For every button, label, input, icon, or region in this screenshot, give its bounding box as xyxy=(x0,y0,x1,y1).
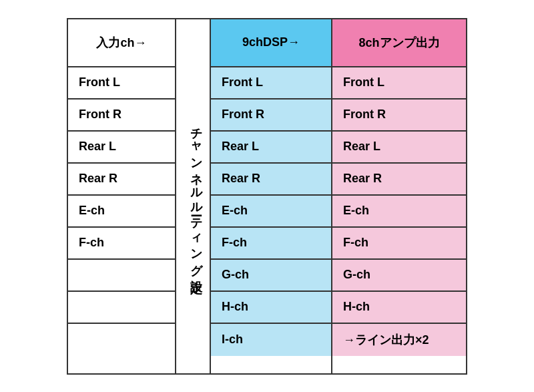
amp-header: 8chアンプ出力 xyxy=(332,19,466,67)
routing-table: 入力ch→ Front L Front R Rear L Rear R E-ch… xyxy=(67,18,467,375)
amp-row-8: H-ch xyxy=(332,292,466,324)
input-row-3: Rear L xyxy=(68,132,175,164)
amp-row-9: →ライン出力×2 xyxy=(332,324,466,356)
input-channel-header: 入力ch→ xyxy=(68,19,175,67)
amp-row-3: Rear L xyxy=(332,132,466,164)
input-row-6: F-ch xyxy=(68,228,175,260)
amp-row-4: Rear R xyxy=(332,164,466,196)
amp-row-7: G-ch xyxy=(332,260,466,292)
input-row-9 xyxy=(68,324,175,356)
input-row-1: Front L xyxy=(68,67,175,100)
amp-row-2: Front R xyxy=(332,100,466,132)
dsp-row-4: Rear R xyxy=(211,164,331,196)
dsp-row-3: Rear L xyxy=(211,132,331,164)
amp-row-5: E-ch xyxy=(332,196,466,228)
dsp-row-8: H-ch xyxy=(211,292,331,324)
input-row-2: Front R xyxy=(68,100,175,132)
dsp-col: 9chDSP→ Front L Front R Rear L Rear R E-… xyxy=(211,19,332,373)
input-channel-col: 入力ch→ Front L Front R Rear L Rear R E-ch… xyxy=(68,19,176,373)
dsp-row-1: Front L xyxy=(211,67,331,100)
amp-row-1: Front L xyxy=(332,67,466,100)
dsp-header: 9chDSP→ xyxy=(211,19,331,67)
dsp-row-6: F-ch xyxy=(211,228,331,260)
amp-row-6: F-ch xyxy=(332,228,466,260)
input-row-8 xyxy=(68,292,175,324)
dsp-row-7: G-ch xyxy=(211,260,331,292)
amp-col: 8chアンプ出力 Front L Front R Rear L Rear R E… xyxy=(332,19,466,373)
input-row-4: Rear R xyxy=(68,164,175,196)
routing-header: チャンネルルーティング設定 xyxy=(176,19,210,373)
input-row-7 xyxy=(68,260,175,292)
input-channel-header-text: 入力ch→ xyxy=(96,35,146,51)
input-row-5: E-ch xyxy=(68,196,175,228)
dsp-row-5: E-ch xyxy=(211,196,331,228)
routing-col: チャンネルルーティング設定 xyxy=(176,19,211,373)
dsp-row-2: Front R xyxy=(211,100,331,132)
dsp-row-9: I-ch xyxy=(211,324,331,356)
